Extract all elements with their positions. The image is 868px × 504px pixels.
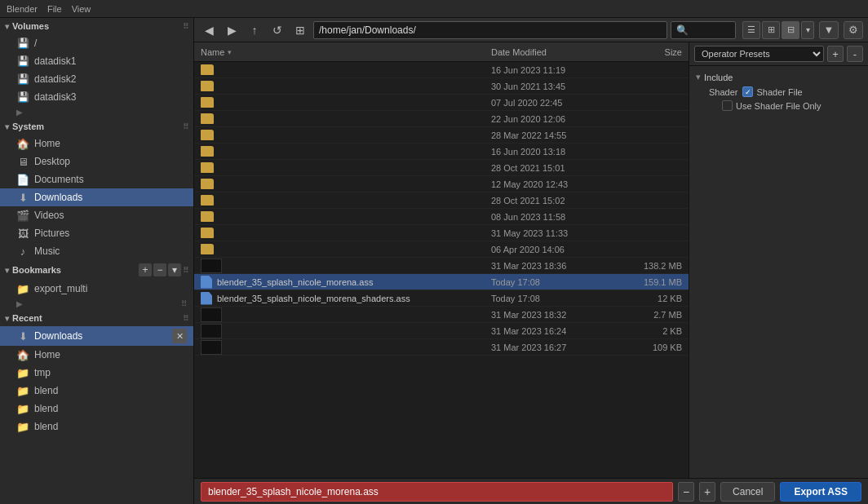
export-button[interactable]: Export ASS (780, 482, 861, 502)
drive-icon: 💾 (16, 37, 29, 50)
menu-view[interactable]: View (72, 4, 91, 14)
gear-button[interactable]: ⚙ (844, 21, 863, 39)
bookmark-down-button[interactable]: ▾ (168, 263, 181, 276)
use-shader-file-only-label[interactable]: Use Shader File Only (722, 100, 822, 111)
refresh-button[interactable]: ↺ (268, 21, 287, 39)
col-modified-header[interactable]: Date Modified (485, 47, 615, 57)
col-size-header[interactable]: Size (615, 47, 689, 57)
bookmarks-expand[interactable]: ▶ (16, 299, 23, 308)
table-row[interactable]: 31 Mar 2023 16:24 2 KB (194, 323, 689, 339)
sidebar-item-downloads[interactable]: ⬇ Downloads (0, 188, 193, 206)
sidebar-item-desktop[interactable]: 🖥 Desktop (0, 153, 193, 170)
volumes-section-header[interactable]: ▾ Volumes ⠿ (0, 18, 193, 34)
back-button[interactable]: ◀ (199, 21, 219, 39)
cancel-button[interactable]: Cancel (720, 482, 775, 502)
table-row[interactable]: 30 Jun 2021 13:45 (194, 78, 689, 95)
table-row[interactable]: 12 May 2020 12:43 (194, 176, 689, 192)
sidebar-item-label: export_multi (34, 283, 87, 294)
recent-section-header[interactable]: ▾ Recent ⠿ (0, 310, 193, 326)
table-row[interactable]: 07 Jul 2020 22:45 (194, 95, 689, 111)
table-row[interactable]: 31 Mar 2023 18:32 2.7 MB (194, 307, 689, 323)
recent-item-remove-button[interactable]: ✕ (172, 329, 187, 343)
operator-presets-select[interactable]: Operator Presets (694, 46, 824, 62)
folder-icon (201, 64, 214, 75)
table-row[interactable]: blender_35_splash_nicole_morena_shaders.… (194, 290, 689, 307)
sidebar-item-datadisk3[interactable]: 💾 datadisk3 (0, 88, 193, 106)
sidebar-item-root[interactable]: 💾 / (0, 34, 193, 52)
table-row[interactable]: 22 Jun 2020 12:06 (194, 111, 689, 127)
col-name-header[interactable]: Name ▾ (194, 47, 485, 57)
sidebar-item-recent-blend1[interactable]: 📁 blend (0, 382, 193, 400)
sidebar-item-datadisk1[interactable]: 💾 datadisk1 (0, 52, 193, 70)
volumes-drag-handle: ⠿ (183, 22, 188, 31)
folder-icon: 📁 (16, 366, 29, 379)
sidebar-item-recent-home[interactable]: 🏠 Home (0, 346, 193, 364)
sidebar-item-recent-blend2[interactable]: 📁 blend (0, 400, 193, 418)
sidebar-item-label: Desktop (34, 156, 70, 167)
desktop-icon: 🖥 (16, 155, 29, 168)
search-input[interactable] (671, 21, 736, 39)
bookmark-add-button[interactable]: + (139, 263, 152, 276)
table-row[interactable]: 16 Jun 2023 11:19 (194, 62, 689, 78)
sidebar-item-datadisk2[interactable]: 💾 datadisk2 (0, 70, 193, 88)
up-button[interactable]: ↑ (245, 21, 264, 39)
sidebar-item-documents[interactable]: 📄 Documents (0, 170, 193, 188)
table-row[interactable]: 28 Oct 2021 15:01 (194, 160, 689, 176)
minus-button[interactable]: − (678, 482, 694, 502)
plus-button[interactable]: + (699, 482, 715, 502)
sidebar-item-label: tmp (34, 367, 51, 378)
sidebar-item-export-multi[interactable]: 📁 export_multi (0, 280, 193, 298)
sidebar-item-videos[interactable]: 🎬 Videos (0, 206, 193, 224)
download-icon: ⬇ (16, 191, 29, 204)
table-row[interactable]: 28 Oct 2021 15:02 (194, 192, 689, 209)
presets-add-button[interactable]: + (827, 46, 844, 62)
sidebar: ▾ Volumes ⠿ 💾 / 💾 datadisk1 💾 datadisk2 … (0, 18, 194, 504)
sidebar-item-recent-blend3[interactable]: 📁 blend (0, 418, 193, 435)
table-row[interactable]: 08 Jun 2023 11:58 (194, 209, 689, 225)
view-list-button[interactable]: ☰ (742, 21, 760, 39)
table-row[interactable]: 31 May 2023 11:33 (194, 225, 689, 241)
sidebar-item-music[interactable]: ♪ Music (0, 242, 193, 260)
file-date: 31 Mar 2023 16:24 (485, 326, 615, 336)
menu-file[interactable]: File (47, 4, 62, 14)
home-icon: 🏠 (16, 137, 29, 150)
sidebar-item-recent-downloads[interactable]: ⬇ Downloads ✕ (0, 326, 193, 346)
forward-button[interactable]: ▶ (222, 21, 241, 39)
shader-file-checkbox[interactable]: ✓ (742, 86, 753, 97)
presets-remove-button[interactable]: - (847, 46, 863, 62)
sidebar-item-home[interactable]: 🏠 Home (0, 135, 193, 153)
sidebar-item-label: datadisk3 (34, 91, 76, 103)
sidebar-item-pictures[interactable]: 🖼 Pictures (0, 224, 193, 242)
sidebar-item-label: datadisk2 (34, 73, 76, 85)
table-row[interactable]: 31 Mar 2023 18:36 138.2 MB (194, 258, 689, 274)
table-row[interactable]: 31 Mar 2023 16:27 109 KB (194, 339, 689, 356)
folder-icon: 📁 (16, 420, 29, 433)
volumes-label: Volumes (12, 21, 49, 31)
sidebar-item-label: / (34, 38, 37, 49)
volumes-expand-more[interactable]: ▶ (0, 106, 193, 118)
filter-button[interactable]: ▼ (819, 21, 839, 39)
table-row[interactable]: 28 Mar 2022 14:55 (194, 127, 689, 144)
include-header[interactable]: ▾ Include (689, 69, 868, 85)
sidebar-item-recent-tmp[interactable]: 📁 tmp (0, 364, 193, 382)
title-bar: Blender File View (0, 0, 868, 18)
filename-input[interactable] (201, 482, 673, 502)
use-shader-file-only-checkbox[interactable] (722, 100, 733, 111)
file-preview (201, 307, 222, 322)
view-grid-button[interactable]: ⊞ (762, 21, 780, 39)
table-row[interactable]: 06 Apr 2020 14:06 (194, 241, 689, 258)
bookmark-remove-button[interactable]: − (153, 263, 166, 276)
table-row[interactable]: blender_35_splash_nicole_morena.ass Toda… (194, 274, 689, 290)
shader-file-checkbox-label[interactable]: ✓ Shader File (742, 86, 802, 97)
new-folder-button[interactable]: ⊞ (290, 21, 310, 39)
table-row[interactable]: 16 Jun 2020 13:18 (194, 144, 689, 160)
view-dropdown-button[interactable]: ▾ (801, 21, 814, 39)
folder-icon (201, 195, 214, 206)
file-preview (201, 340, 222, 355)
bookmarks-section-header[interactable]: ▾ Bookmarks + − ▾ ⠿ (0, 260, 193, 280)
view-thumb-button[interactable]: ⊟ (782, 21, 799, 39)
system-section-header[interactable]: ▾ System ⠿ (0, 118, 193, 135)
use-shader-file-only-text: Use Shader File Only (736, 101, 822, 111)
file-date: 31 Mar 2023 18:36 (485, 261, 615, 271)
path-input[interactable] (313, 21, 667, 39)
